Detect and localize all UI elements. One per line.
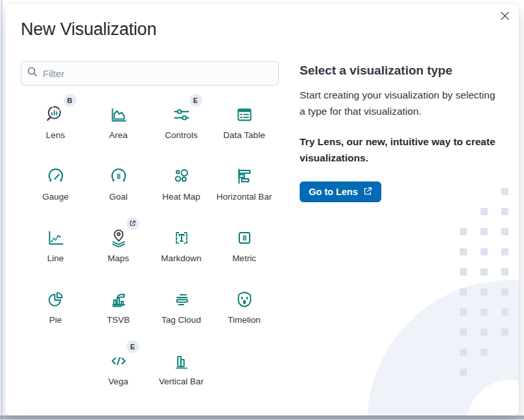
pie-icon: [45, 288, 67, 310]
gauge-icon: [45, 165, 67, 187]
new-visualization-modal: New Visualization BLensAreaEControlsData…: [5, 4, 519, 415]
vertical-bar-icon: [171, 350, 193, 372]
vis-type-label: Gauge: [42, 192, 69, 202]
controls-icon: E: [171, 104, 193, 126]
vis-type-lens[interactable]: BLens: [24, 91, 87, 152]
vis-type-label: Lens: [46, 130, 65, 140]
filter-input[interactable]: [43, 68, 272, 79]
vis-type-label: Metric: [232, 253, 256, 263]
goal-icon: 8: [108, 165, 130, 187]
vis-type-controls[interactable]: EControls: [150, 91, 213, 152]
line-icon: [45, 227, 67, 249]
vis-type-label: Line: [47, 253, 64, 263]
vis-type-goal[interactable]: 8Goal: [87, 152, 150, 214]
modal-title: New Visualization: [21, 18, 503, 40]
close-button[interactable]: [497, 9, 512, 25]
heat-map-icon: [171, 165, 193, 187]
vis-type-label: Horizontal Bar: [217, 192, 272, 202]
timelion-icon: [233, 288, 256, 310]
vis-type-metric[interactable]: 8Metric: [213, 214, 276, 275]
vis-type-label: Goal: [109, 192, 128, 202]
vis-type-label: Data Table: [223, 130, 265, 140]
panel-heading: Select a visualization type: [300, 64, 503, 78]
vis-type-label: Maps: [108, 253, 129, 263]
vis-type-area[interactable]: Area: [87, 91, 150, 152]
vis-type-pie[interactable]: Pie: [24, 275, 87, 337]
vis-type-label: Area: [109, 130, 128, 140]
beta-badge: B: [64, 94, 77, 107]
go-to-lens-button[interactable]: Go to Lens: [300, 181, 381, 202]
vis-type-tag-cloud[interactable]: Tag Cloud: [150, 275, 213, 337]
external-link-badge-icon: [126, 217, 139, 230]
lens-promo-text: Try Lens, our new, intuitive way to crea…: [300, 134, 503, 166]
tag-cloud-icon: [171, 288, 193, 310]
area-icon: [108, 104, 130, 126]
horizontal-bar-icon: [233, 165, 256, 187]
maps-icon: [108, 227, 130, 249]
close-icon: [500, 11, 510, 23]
vega-icon: E: [108, 350, 130, 372]
experimental-badge: E: [126, 340, 139, 353]
visualization-type-grid: BLensAreaEControlsData TableGauge8GoalHe…: [21, 91, 279, 399]
vis-type-gauge[interactable]: Gauge: [24, 152, 87, 214]
metric-icon: 8: [233, 227, 256, 249]
vis-type-label: Controls: [165, 130, 197, 140]
markdown-icon: [171, 227, 193, 249]
search-icon: [27, 67, 38, 80]
tsvb-icon: [108, 288, 130, 310]
svg-text:8: 8: [242, 234, 246, 242]
vis-type-label: Markdown: [161, 253, 201, 263]
info-panel: Select a visualization type Start creati…: [300, 40, 503, 399]
vis-type-markdown[interactable]: Markdown: [150, 214, 213, 275]
experimental-badge: E: [189, 94, 202, 107]
vis-type-label: Timelion: [228, 315, 261, 325]
vis-type-line[interactable]: Line: [24, 214, 87, 275]
type-list-column: BLensAreaEControlsData TableGauge8GoalHe…: [21, 40, 279, 399]
lens-icon: B: [45, 104, 67, 126]
modal-header: New Visualization: [5, 4, 519, 40]
vis-type-label: Heat Map: [162, 192, 200, 202]
vis-type-vertical-bar[interactable]: Vertical Bar: [150, 337, 213, 399]
vis-type-label: Vertical Bar: [159, 377, 204, 386]
vis-type-label: TSVB: [107, 315, 130, 325]
vis-type-heat-map[interactable]: Heat Map: [150, 152, 213, 214]
panel-description: Start creating your visualization by sel…: [300, 87, 503, 119]
vis-type-label: Tag Cloud: [161, 315, 201, 325]
svg-text:8: 8: [117, 172, 121, 180]
vis-type-maps[interactable]: Maps: [87, 214, 150, 275]
background-page-strip: [0, 415, 524, 419]
go-to-lens-label: Go to Lens: [309, 187, 358, 197]
data-table-icon: [233, 104, 256, 126]
vis-type-horizontal-bar[interactable]: Horizontal Bar: [213, 152, 276, 214]
external-link-icon: [363, 187, 372, 198]
vis-type-vega[interactable]: EVega: [87, 337, 150, 399]
vis-type-timelion[interactable]: Timelion: [213, 275, 276, 337]
modal-body: BLensAreaEControlsData TableGauge8GoalHe…: [5, 40, 519, 399]
vis-type-data-table[interactable]: Data Table: [213, 91, 276, 152]
background-page-edge: [1, 0, 3, 420]
filter-search-box[interactable]: [21, 61, 279, 86]
vis-type-tsvb[interactable]: TSVB: [87, 275, 150, 337]
vis-type-label: Vega: [108, 377, 128, 386]
vis-type-label: Pie: [49, 315, 62, 325]
